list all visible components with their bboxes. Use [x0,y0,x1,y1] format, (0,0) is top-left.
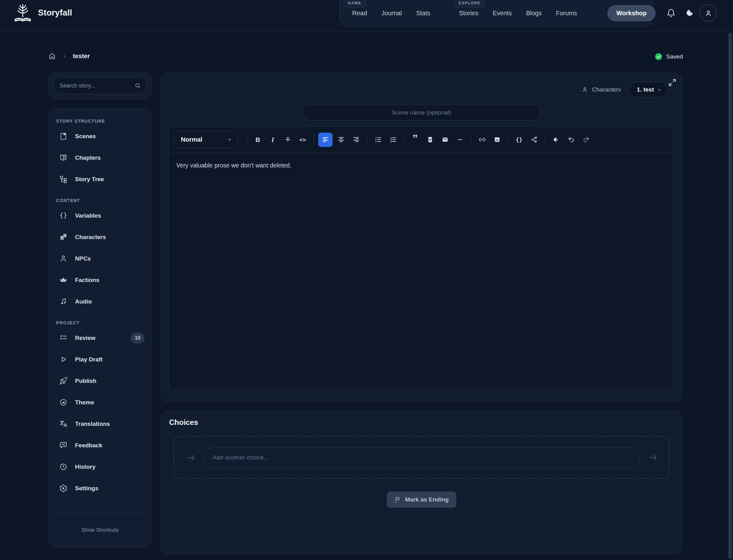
nav-item-blogs[interactable]: Blogs [526,10,542,17]
ordered-list-button[interactable]: 1 2 3 [387,133,400,146]
dark-mode-toggle-icon[interactable] [685,9,694,17]
audio-insert-button[interactable] [550,133,563,146]
page-scrollbar[interactable] [728,31,733,560]
nav-item-workshop[interactable]: Workshop [608,5,655,21]
branch-button[interactable] [528,133,541,146]
notifications-bell-icon[interactable] [666,8,676,18]
bullet-list-icon [375,136,382,143]
add-choice-input[interactable] [213,454,631,461]
nav-item-journal[interactable]: Journal [382,10,402,17]
strikethrough-button[interactable] [281,133,294,146]
check-circle-icon [655,53,662,60]
search-input[interactable] [59,82,134,89]
letter-button[interactable] [439,133,452,146]
characters-masks-icon [59,233,68,241]
strikethrough-icon [284,136,291,143]
align-right-button[interactable] [349,133,362,146]
home-icon[interactable] [48,52,56,60]
sidebar-item-audio[interactable]: Audio [52,291,148,312]
code-block-button[interactable] [424,133,437,146]
show-shortcuts-button[interactable]: Show Shortcuts [81,527,118,533]
editor-header-row: Characters 1. test [581,82,668,97]
scene-selector-dropdown[interactable]: 1. test [629,82,668,97]
blockquote-button[interactable]: ” [409,133,422,146]
paragraph-style-select[interactable]: Normal [174,131,238,148]
horizontal-rule-button[interactable] [454,133,467,146]
sidebar-item-story-tree[interactable]: Story Tree [52,168,148,190]
breadcrumb-current: tester [73,53,90,60]
history-clock-icon [59,463,68,471]
feedback-icon [59,441,68,449]
sidebar-item-label: Publish [75,378,144,384]
story-search[interactable] [53,77,147,94]
chevron-down-icon [657,87,662,92]
choices-card: Choices Mark as Ending [160,411,683,554]
sidebar-item-label: History [75,464,144,470]
sidebar-item-translations[interactable]: Translations [52,413,148,435]
sidebar-item-label: Review [75,335,123,341]
sidebar-item-publish[interactable]: Publish [52,370,148,392]
scene-name-field[interactable] [302,105,540,120]
image-button[interactable] [491,133,504,146]
choices-title: Choices [169,418,198,427]
mark-as-ending-button[interactable]: Mark as Ending [387,492,456,508]
settings-gear-icon [59,484,68,492]
inline-code-button[interactable]: <> [296,133,309,146]
characters-button-label: Characters [592,86,621,93]
top-header: Storyfall GAME EXPLORE Read Journal Stat… [0,0,733,31]
redo-button[interactable] [580,133,593,146]
editor-content[interactable]: Very valuable prose we don't want delete… [169,153,673,178]
sidebar-item-play-draft[interactable]: Play Draft [52,349,148,370]
editor-paragraph: Very valuable prose we don't want delete… [176,161,665,170]
nav-item-stats[interactable]: Stats [416,10,430,17]
align-right-icon [352,136,359,143]
sidebar-item-npcs[interactable]: NPCs [52,248,148,269]
sidebar-item-settings[interactable]: Settings [52,478,148,499]
nav-item-stories[interactable]: Stories [459,10,478,17]
sidebar-item-variables[interactable]: Variables [52,205,148,226]
paragraph-style-value: Normal [181,136,202,143]
link-button[interactable] [476,133,489,146]
user-avatar[interactable] [700,4,717,21]
bullet-list-button[interactable] [372,133,385,146]
sidebar-item-label: Play Draft [75,356,144,363]
nav-group-label-explore: EXPLORE [455,0,485,7]
align-left-button[interactable] [318,133,332,147]
bold-button[interactable]: B [251,133,264,146]
ordered-list-icon: 1 2 3 [390,136,397,143]
breadcrumb: tester [48,52,90,60]
toolbar-divider [545,134,545,145]
characters-button[interactable]: Characters [581,86,621,93]
nav-item-forums[interactable]: Forums [556,10,577,17]
align-center-button[interactable] [334,133,347,146]
sidebar-item-review[interactable]: Review 10 [52,327,148,349]
scene-name-input[interactable] [303,105,540,120]
save-status-label: Saved [666,53,683,60]
undo-button[interactable] [565,133,578,146]
sidebar-item-scenes[interactable]: Scenes [52,125,148,147]
review-count-badge: 10 [131,332,144,344]
sidebar-item-history[interactable]: History [52,456,148,478]
person-icon [581,86,588,93]
sidebar-item-feedback[interactable]: Feedback [52,435,148,456]
nav-item-read[interactable]: Read [352,10,367,17]
sidebar-search-card [48,73,152,99]
scrollbar-thumb[interactable] [728,33,732,559]
toolbar-divider [404,134,404,145]
chapters-icon [59,153,68,162]
storyfall-app: Storyfall GAME EXPLORE Read Journal Stat… [0,0,733,560]
npc-person-icon [59,254,68,263]
sidebar-item-chapters[interactable]: Chapters [52,147,148,168]
add-choice-field[interactable] [204,447,640,468]
variable-button[interactable]: {} [513,133,526,146]
storyfall-logo-icon [13,2,32,23]
italic-button[interactable]: I [266,133,279,146]
section-heading-story-structure: STORY STRUCTURE [52,111,148,125]
section-heading-project: PROJECT [52,312,148,327]
nav-item-events[interactable]: Events [493,10,512,17]
expand-icon[interactable] [668,78,677,87]
sidebar-item-theme[interactable]: Theme [52,392,148,413]
sidebar-item-factions[interactable]: Factions [52,269,148,291]
sidebar-item-characters[interactable]: Characters [52,226,148,248]
brand[interactable]: Storyfall [13,2,72,23]
